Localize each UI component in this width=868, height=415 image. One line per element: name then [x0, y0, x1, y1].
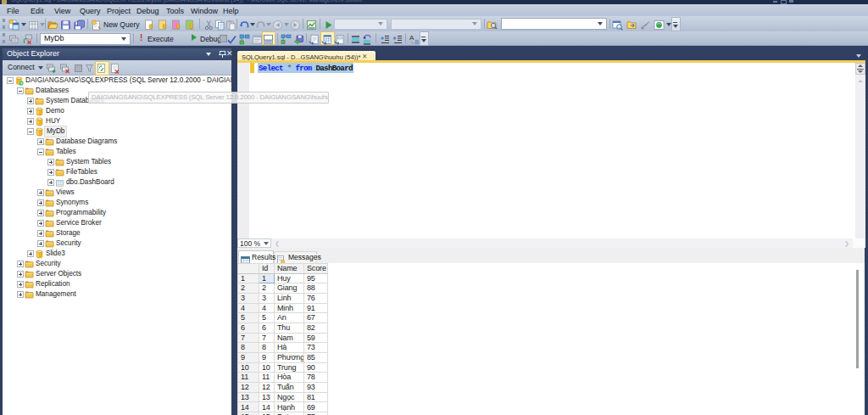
svg-text:A: A: [409, 34, 415, 42]
svg-text:B: B: [415, 39, 420, 45]
